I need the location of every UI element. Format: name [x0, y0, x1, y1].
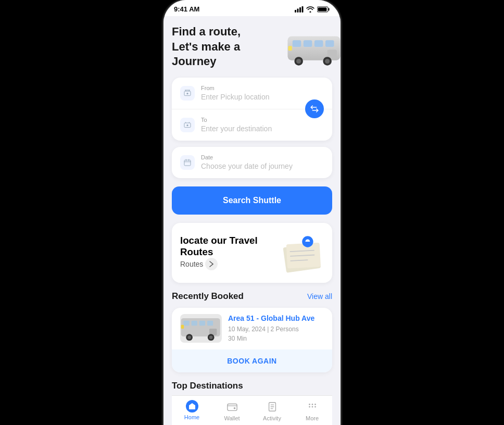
svg-point-49 — [311, 404, 313, 405]
svg-rect-41 — [181, 325, 184, 329]
svg-point-40 — [209, 336, 212, 339]
wallet-icon-wrapper — [225, 400, 239, 414]
svg-rect-0 — [295, 10, 296, 12]
from-field: From Enter Pickup location — [201, 85, 270, 102]
bus-hero-image — [285, 31, 332, 63]
to-icon — [180, 118, 195, 132]
from-icon — [180, 86, 195, 101]
svg-point-47 — [314, 406, 316, 407]
activity-nav-label: Activity — [263, 415, 281, 421]
more-nav-label: More — [306, 415, 319, 421]
svg-rect-1 — [297, 8, 299, 12]
booking-duration: 30 Min — [228, 334, 314, 343]
svg-rect-42 — [227, 404, 236, 410]
bottom-nav: Home Wallet — [172, 395, 332, 425]
svg-rect-18 — [288, 46, 292, 51]
more-icon-wrapper — [306, 400, 319, 414]
svg-rect-5 — [329, 8, 330, 10]
booking-bus-image — [180, 314, 222, 343]
from-placeholder: Enter Pickup location — [201, 93, 270, 101]
home-icon-wrapper — [186, 400, 198, 413]
svg-rect-32 — [183, 321, 189, 326]
home-icon — [188, 402, 196, 410]
recently-booked-title: Recently Booked — [172, 291, 244, 302]
to-label: To — [201, 117, 272, 123]
nav-item-more[interactable]: More — [297, 400, 328, 421]
hero-text: Find a route, Let's make a Journey — [172, 24, 285, 69]
svg-point-50 — [314, 404, 316, 405]
svg-rect-12 — [325, 40, 334, 47]
wallet-icon — [226, 401, 238, 413]
top-destinations-title: Top Destinations — [172, 381, 332, 391]
nav-item-activity[interactable]: Activity — [257, 400, 288, 421]
swap-button[interactable] — [305, 99, 324, 118]
wallet-nav-label: Wallet — [224, 415, 240, 421]
from-to-card: From Enter Pickup location — [172, 78, 332, 141]
to-placeholder: Enter your destination — [201, 124, 272, 133]
search-shuttle-button[interactable]: Search Shuttle — [172, 186, 332, 215]
svg-point-22 — [186, 124, 188, 126]
booking-date: 10 May, 2024 | 2 Persons — [228, 324, 314, 334]
home-nav-label: Home — [184, 414, 199, 420]
svg-point-38 — [187, 336, 191, 339]
svg-rect-33 — [192, 321, 197, 326]
routes-chevron — [205, 258, 218, 270]
wifi-icon — [306, 6, 314, 12]
svg-rect-10 — [304, 40, 312, 47]
svg-rect-35 — [207, 321, 213, 326]
routes-title: locate our Travel Routes — [180, 235, 277, 258]
from-label: From — [201, 85, 270, 91]
booking-details: Area 51 - Global Hub Ave 10 May, 2024 | … — [228, 314, 314, 343]
date-field: Date Choose your date of journey — [201, 154, 293, 171]
svg-rect-9 — [293, 40, 301, 47]
svg-rect-13 — [327, 49, 337, 58]
booking-info: Area 51 - Global Hub Ave 10 May, 2024 | … — [172, 308, 332, 349]
date-icon — [180, 155, 195, 170]
map-image — [277, 233, 324, 272]
hero-title: Find a route, Let's make a Journey — [172, 24, 285, 69]
time: 9:41 AM — [174, 5, 199, 13]
svg-rect-6 — [318, 7, 327, 11]
signal-icon — [295, 6, 304, 12]
date-label: Date — [201, 154, 293, 160]
top-destinations-section: Top Destinations — [172, 381, 332, 391]
svg-point-43 — [233, 407, 235, 409]
svg-point-20 — [186, 93, 188, 94]
hero-section: Find a route, Let's make a Journey — [172, 24, 332, 69]
routes-button[interactable]: Routes — [180, 258, 218, 270]
routes-card[interactable]: locate our Travel Routes Routes — [172, 223, 332, 283]
phone-frame: 9:41 AM — [163, 0, 341, 425]
svg-point-46 — [311, 406, 313, 407]
svg-point-17 — [325, 59, 330, 64]
nav-item-home[interactable]: Home — [177, 400, 208, 421]
swap-icon — [310, 104, 319, 114]
status-icons — [295, 6, 330, 12]
recently-booked-header: Recently Booked View all — [172, 291, 332, 302]
routes-btn-label: Routes — [180, 260, 203, 268]
svg-point-15 — [296, 59, 301, 64]
svg-rect-23 — [184, 160, 191, 166]
routes-text: locate our Travel Routes Routes — [180, 235, 277, 270]
date-placeholder: Choose your date of journey — [201, 162, 293, 170]
more-icon — [307, 401, 318, 413]
booking-route: Area 51 - Global Hub Ave — [228, 314, 314, 322]
svg-rect-2 — [299, 7, 301, 12]
to-field: To Enter your destination — [201, 117, 272, 133]
svg-rect-11 — [314, 40, 323, 47]
screen-content: Find a route, Let's make a Journey — [163, 16, 341, 425]
battery-icon — [317, 6, 330, 12]
svg-point-45 — [309, 406, 310, 407]
svg-rect-34 — [199, 321, 205, 326]
svg-point-48 — [309, 404, 310, 405]
activity-icon — [267, 401, 278, 413]
book-again-button[interactable]: BOOK AGAIN — [172, 349, 332, 372]
bus-svg — [285, 31, 341, 68]
svg-rect-3 — [302, 6, 304, 12]
activity-icon-wrapper — [266, 400, 279, 414]
date-card[interactable]: Date Choose your date of journey — [172, 147, 332, 178]
nav-item-wallet[interactable]: Wallet — [217, 400, 248, 421]
status-bar: 9:41 AM — [163, 0, 341, 16]
booking-card: Area 51 - Global Hub Ave 10 May, 2024 | … — [172, 308, 332, 372]
view-all-button[interactable]: View all — [307, 292, 332, 301]
